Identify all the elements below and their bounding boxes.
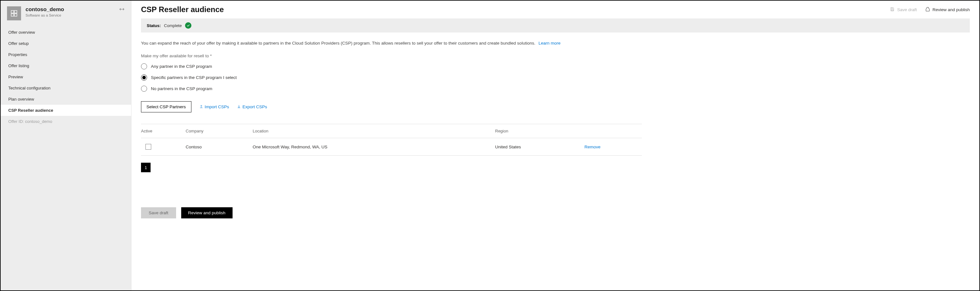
import-csps-link[interactable]: Import CSPs <box>199 104 229 109</box>
radio-any-partner[interactable]: Any partner in the CSP program <box>141 63 970 70</box>
radio-no-partners[interactable]: No partners in the CSP program <box>141 85 970 92</box>
select-csp-partners-button[interactable]: Select CSP Partners <box>141 101 191 112</box>
resell-radio-group: Any partner in the CSP program Specific … <box>141 63 970 92</box>
sidebar-item-technical-config[interactable]: Technical configuration <box>1 82 131 93</box>
radio-indicator <box>141 85 147 92</box>
main: CSP Reseller audience Save draft Review … <box>131 1 979 290</box>
upload-icon <box>199 104 204 109</box>
export-csps-label: Export CSPs <box>242 104 267 109</box>
col-active: Active <box>141 124 186 138</box>
row-company: Contoso <box>186 139 253 155</box>
learn-more-link[interactable]: Learn more <box>538 41 560 46</box>
col-location: Location <box>253 124 495 138</box>
row-remove-link[interactable]: Remove <box>584 144 600 149</box>
sidebar-item-plan-overview[interactable]: Plan overview <box>1 93 131 105</box>
sidebar-header: contoso_demo Software as a Service <box>1 1 131 25</box>
sidebar-item-properties[interactable]: Properties <box>1 49 131 60</box>
row-location: One Microsoft Way, Redmond, WA, US <box>253 139 495 155</box>
sidebar-item-offer-listing[interactable]: Offer listing <box>1 60 131 71</box>
status-bar: Status: Complete <box>141 19 970 32</box>
sidebar-nav: Offer overview Offer setup Properties Of… <box>1 27 131 127</box>
svg-rect-4 <box>892 9 893 11</box>
sidebar-item-offer-setup[interactable]: Offer setup <box>1 38 131 49</box>
download-icon <box>237 104 241 109</box>
save-draft-top: Save draft <box>890 7 917 13</box>
review-and-publish-button[interactable]: Review and publish <box>181 207 232 218</box>
status-value: Complete <box>164 23 182 28</box>
save-icon <box>890 7 895 13</box>
offer-id-label: Offer ID: contoso_demo <box>1 116 131 127</box>
table-row: Contoso One Microsoft Way, Redmond, WA, … <box>141 138 642 156</box>
radio-specific-partners[interactable]: Specific partners in the CSP program I s… <box>141 74 970 81</box>
row-active-checkbox[interactable] <box>145 144 151 150</box>
description: You can expand the reach of your offer b… <box>141 40 970 46</box>
svg-rect-0 <box>11 11 14 13</box>
sidebar-item-offer-overview[interactable]: Offer overview <box>1 27 131 38</box>
page-1-button[interactable]: 1 <box>141 163 151 172</box>
offer-name: contoso_demo <box>25 6 64 13</box>
description-text: You can expand the reach of your offer b… <box>141 41 535 46</box>
sidebar-item-csp-reseller[interactable]: CSP Reseller audience <box>1 105 131 116</box>
status-complete-icon <box>185 22 191 28</box>
csp-table: Active Company Location Region Contoso O… <box>141 124 642 156</box>
swap-offer-icon[interactable] <box>119 6 125 13</box>
row-region: United States <box>495 139 584 155</box>
svg-rect-2 <box>11 14 14 16</box>
radio-indicator <box>141 74 147 81</box>
review-and-publish-top[interactable]: Review and publish <box>925 7 970 13</box>
radio-specific-partners-label: Specific partners in the CSP program I s… <box>151 75 237 80</box>
review-and-publish-top-label: Review and publish <box>932 7 970 12</box>
export-csps-link[interactable]: Export CSPs <box>237 104 267 109</box>
save-draft-top-label: Save draft <box>897 7 917 12</box>
col-company: Company <box>186 124 253 138</box>
radio-any-partner-label: Any partner in the CSP program <box>151 64 212 69</box>
page-title: CSP Reseller audience <box>141 5 224 14</box>
radio-no-partners-label: No partners in the CSP program <box>151 86 212 91</box>
svg-rect-1 <box>14 11 17 13</box>
offer-type: Software as a Service <box>25 13 64 17</box>
status-label: Status: <box>147 23 161 28</box>
svg-rect-3 <box>14 14 17 16</box>
col-region: Region <box>495 124 584 138</box>
publish-icon <box>925 7 930 13</box>
import-csps-label: Import CSPs <box>205 104 229 109</box>
app-tile-icon <box>7 6 21 21</box>
radio-indicator <box>141 63 147 70</box>
sidebar: contoso_demo Software as a Service Offer… <box>1 1 131 290</box>
save-draft-button: Save draft <box>141 207 176 218</box>
resell-to-label: Make my offer available for resell to * <box>141 54 970 58</box>
sidebar-item-preview[interactable]: Preview <box>1 71 131 82</box>
